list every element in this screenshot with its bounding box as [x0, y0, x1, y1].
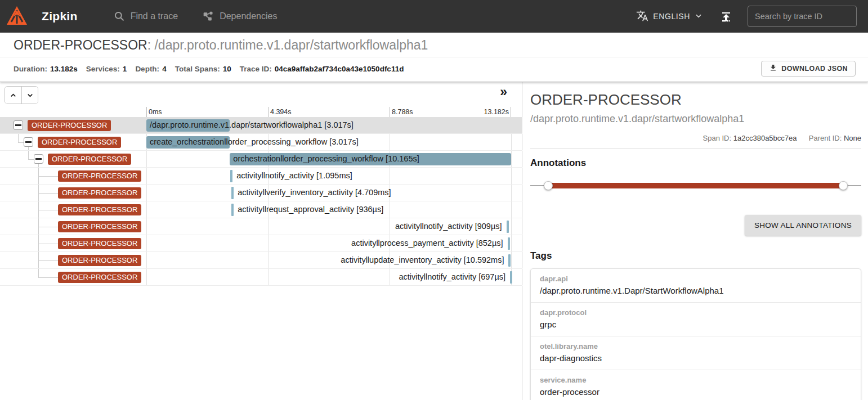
tag-value: dapr-diagnostics: [540, 353, 852, 363]
service-badge[interactable]: ORDER-PROCESSOR: [58, 204, 141, 215]
tag-row[interactable]: service.name order-processor: [531, 370, 861, 400]
service-badge[interactable]: ORDER-PROCESSOR: [58, 221, 141, 232]
annotations-heading: Annotations: [530, 158, 861, 169]
span-row[interactable]: ORDER-PROCESSOR activityllrequst_approva…: [0, 201, 522, 218]
tag-key: otel.library.name: [540, 342, 852, 350]
span-detail-panel: ORDER-PROCESSOR /dapr.proto.runtime.v1.d…: [522, 82, 868, 400]
upload-trace-icon[interactable]: [719, 10, 733, 23]
parent-id-value: None: [844, 134, 861, 142]
next-span-button[interactable]: [21, 87, 38, 104]
span-label: activityllverify_inventory_activity [4.7…: [238, 188, 391, 197]
tag-value: grpc: [540, 320, 852, 329]
service-badge[interactable]: ORDER-PROCESSOR: [58, 170, 141, 182]
service-badge[interactable]: ORDER-PROCESSOR: [58, 187, 141, 199]
timeline-tick: 13.182s: [472, 107, 511, 117]
collapse-panel-icon[interactable]: »: [500, 86, 507, 98]
span-label: activityllrequst_approval_activity [936µ…: [238, 205, 383, 214]
service-badge[interactable]: ORDER-PROCESSOR: [38, 137, 121, 148]
trace-stat-label: Depth:: [135, 65, 159, 73]
download-json-label: DOWNLOAD JSON: [781, 65, 848, 73]
span-duration-bar[interactable]: [231, 204, 234, 216]
span-row[interactable]: ORDER-PROCESSOR orchestrationllorder_pro…: [0, 151, 522, 168]
tick-label: 13.182s: [484, 108, 509, 116]
span-row[interactable]: ORDER-PROCESSOR /dapr.proto.runtime.v1.d…: [0, 117, 522, 134]
parent-id-label: Parent ID:: [809, 134, 842, 142]
detail-operation-name: /dapr.proto.runtime.v1.dapr/startworkflo…: [530, 113, 861, 125]
span-duration-bar[interactable]: [508, 254, 511, 267]
tag-row[interactable]: dapr.protocol grpc: [531, 302, 861, 336]
trace-stat: Services: 1: [86, 65, 127, 73]
span-row[interactable]: ORDER-PROCESSOR activityllnotify_activit…: [0, 218, 522, 235]
search-by-trace-id-input[interactable]: [748, 6, 857, 27]
prev-span-button[interactable]: [5, 87, 21, 104]
span-label: activityllnotify_activity [909µs]: [395, 222, 502, 231]
span-row[interactable]: ORDER-PROCESSOR activityllnotify_activit…: [0, 269, 522, 286]
span-duration-bar[interactable]: [508, 237, 510, 250]
slider-handle-right[interactable]: [839, 181, 848, 190]
timeline-tick: 0ms: [146, 107, 186, 117]
timeline-tick: 4.394s: [268, 107, 307, 117]
app-title: Zipkin: [42, 10, 78, 23]
span-duration-bar[interactable]: [507, 221, 509, 233]
service-badge[interactable]: ORDER-PROCESSOR: [58, 272, 141, 283]
trace-info-bar: Duration: 13.182s Services: 1 Depth: 4 T…: [0, 57, 868, 82]
span-row[interactable]: ORDER-PROCESSOR activityllnotify_activit…: [0, 168, 522, 185]
trace-stat: Duration: 13.182s: [14, 65, 78, 73]
show-all-annotations-button[interactable]: SHOW ALL ANNOTATIONS: [745, 215, 861, 236]
service-badge[interactable]: ORDER-PROCESSOR: [58, 255, 141, 266]
trace-header: ORDER-PROCESSOR: /dapr.proto.runtime.v1.…: [0, 33, 868, 82]
trace-stat-value: 4: [162, 65, 167, 73]
tick-line: [146, 107, 147, 117]
language-selector[interactable]: ENGLISH: [636, 10, 703, 24]
tag-row[interactable]: dapr.api /dapr.proto.runtime.v1.Dapr/Sta…: [531, 269, 861, 302]
span-row[interactable]: ORDER-PROCESSOR activityllprocess_paymen…: [0, 235, 522, 252]
span-id-value: 1a2cc380a5bcc7ea: [733, 134, 797, 142]
translate-icon: [636, 10, 648, 24]
span-ids: Span ID: 1a2cc380a5bcc7ea Parent ID: Non…: [530, 134, 861, 149]
collapse-children-icon[interactable]: [34, 154, 43, 164]
language-label: ENGLISH: [653, 12, 690, 21]
span-label: activityllnotify_activity [1.095ms]: [236, 171, 352, 180]
chevron-down-icon: [695, 12, 703, 21]
collapse-children-icon[interactable]: [14, 120, 23, 130]
span-label: create_orchestrationllorder_processing_w…: [150, 137, 359, 146]
service-badge[interactable]: ORDER-PROCESSOR: [58, 238, 141, 249]
span-row[interactable]: ORDER-PROCESSOR activityllupdate_invento…: [0, 252, 522, 269]
span-row[interactable]: ORDER-PROCESSOR create_orchestrationllor…: [0, 134, 522, 151]
trace-stat-label: Total Spans:: [175, 65, 220, 73]
nav-dependencies[interactable]: Dependencies: [203, 11, 277, 22]
slider-handle-left[interactable]: [544, 181, 553, 190]
trace-stat-value: 04ca9affab2af734c0a43e1050dfc11d: [275, 65, 404, 73]
tick-line: [268, 107, 269, 117]
service-badge[interactable]: ORDER-PROCESSOR: [28, 120, 111, 131]
download-json-button[interactable]: DOWNLOAD JSON: [761, 61, 856, 77]
trace-stat: Depth: 4: [135, 65, 166, 73]
tag-row[interactable]: otel.library.name dapr-diagnostics: [531, 336, 861, 370]
tag-key: service.name: [540, 376, 852, 384]
tick-line: [390, 107, 390, 117]
tag-key: dapr.protocol: [540, 308, 852, 317]
span-label: activityllnotify_activity [697µs]: [399, 272, 505, 281]
trace-stat-value: 10: [223, 65, 231, 73]
timeline-tick: 8.788s: [390, 107, 429, 117]
trace-stat: Total Spans: 10: [175, 65, 231, 73]
span-navigation-buttons: [5, 86, 38, 104]
span-row[interactable]: ORDER-PROCESSOR activityllverify_invento…: [0, 185, 522, 201]
span-duration-bar[interactable]: [231, 187, 234, 199]
trace-stat-label: Services:: [86, 65, 120, 73]
dependencies-icon: [203, 11, 214, 22]
trace-stat-value: 13.182s: [50, 65, 78, 73]
collapse-children-icon[interactable]: [24, 137, 33, 147]
top-navigation: Find a trace Dependencies: [114, 11, 278, 22]
span-rows: ORDER-PROCESSOR /dapr.proto.runtime.v1.d…: [0, 117, 522, 286]
timeline-ruler: 0ms 4.394s 8.788s 13.182s: [0, 107, 522, 117]
service-badge[interactable]: ORDER-PROCESSOR: [48, 154, 131, 165]
trace-title-service: ORDER-PROCESSOR: [14, 38, 147, 52]
nav-find-a-trace[interactable]: Find a trace: [114, 11, 178, 22]
slider-selected-range[interactable]: [548, 183, 844, 188]
zipkin-logo-icon: [5, 4, 29, 29]
span-duration-bar[interactable]: [510, 271, 512, 284]
nav-dependencies-label: Dependencies: [220, 11, 277, 21]
span-duration-bar[interactable]: [230, 170, 232, 182]
span-label: activityllupdate_inventory_activity [10.…: [341, 255, 504, 264]
